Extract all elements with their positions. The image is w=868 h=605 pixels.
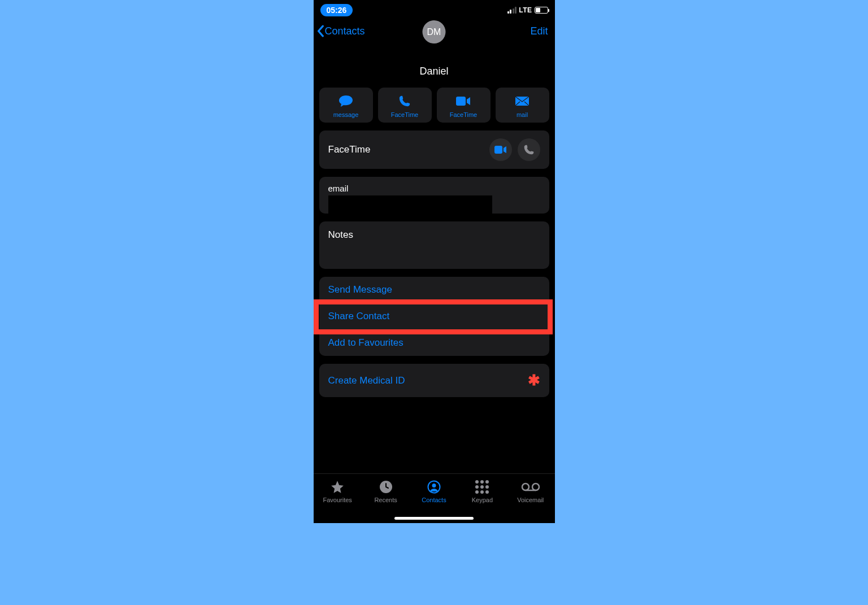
chevron-left-icon [317,25,325,37]
mail-label: mail [517,111,528,118]
network-label: LTE [519,6,532,14]
actions-list: Send Message Share Contact Add to Favour… [319,277,549,356]
back-label: Contacts [325,25,365,37]
send-message-row[interactable]: Send Message [319,277,549,303]
create-medical-id-row[interactable]: Create Medical ID ✱ [319,364,549,397]
clock-icon [379,480,393,494]
svg-rect-0 [456,97,466,106]
contact-icon [427,480,441,494]
status-time-pill[interactable]: 05:26 [320,4,353,16]
message-label: message [333,111,359,118]
facetime-audio-label: FaceTime [450,111,478,118]
email-value-redacted [328,195,492,214]
svg-rect-2 [494,146,502,154]
status-right: LTE [507,6,548,14]
status-bar: 05:26 LTE [314,0,555,20]
phone-icon [523,144,535,155]
nav-bar: Contacts DM Edit [314,20,555,37]
avatar-container: DM [423,20,446,43]
email-section[interactable]: email [319,177,549,214]
star-icon [330,480,345,494]
battery-icon [535,7,548,14]
tab-favourites-label: Favourites [323,497,352,503]
tab-keypad[interactable]: Keypad [459,480,505,503]
medical-asterisk-icon: ✱ [528,372,540,389]
tab-contacts[interactable]: Contacts [411,480,457,503]
email-label: email [328,184,540,193]
tab-recents[interactable]: Recents [363,480,409,503]
svg-point-7 [532,484,539,490]
facetime-audio-call-button[interactable] [518,138,540,161]
facetime-audio-button[interactable]: FaceTime [437,88,491,123]
facetime-label: FaceTime [328,144,371,155]
video-icon [456,94,471,108]
tab-favourites[interactable]: Favourites [315,480,360,503]
facetime-section: FaceTime [319,130,549,169]
svg-point-6 [522,484,529,490]
tab-keypad-label: Keypad [472,497,493,503]
add-favourites-row[interactable]: Add to Favourites [319,329,549,356]
home-indicator[interactable] [394,517,474,520]
edit-button[interactable]: Edit [530,25,548,37]
facetime-video-call-button[interactable] [489,138,512,161]
phone-icon [398,94,411,108]
facetime-video-label: FaceTime [391,111,419,118]
facetime-video-button[interactable]: FaceTime [378,88,432,123]
notes-label: Notes [328,229,540,241]
tab-voicemail-label: Voicemail [517,497,544,503]
contact-name: Daniel [314,66,555,77]
tab-contacts-label: Contacts [422,497,446,503]
voicemail-icon [521,480,540,494]
video-icon [494,146,507,154]
avatar[interactable]: DM [423,20,446,43]
message-button[interactable]: message [319,88,373,123]
keypad-icon [475,480,489,494]
tab-bar: Favourites Recents Contacts Keypad Voice… [314,473,555,523]
mail-button[interactable]: mail [496,88,549,123]
tab-recents-label: Recents [374,497,397,503]
message-icon [338,94,353,108]
phone-frame: 05:26 LTE Contacts DM Edit Daniel messag… [314,0,555,523]
back-button[interactable]: Contacts [317,25,365,37]
mail-icon [515,94,529,108]
quick-actions: message FaceTime FaceTime mail [314,77,555,123]
tab-voicemail[interactable]: Voicemail [508,480,553,503]
svg-point-5 [432,484,436,488]
notes-section[interactable]: Notes [319,221,549,269]
share-contact-row[interactable]: Share Contact [319,303,549,329]
medical-id-label: Create Medical ID [328,375,405,386]
cellular-signal-icon [507,7,517,14]
